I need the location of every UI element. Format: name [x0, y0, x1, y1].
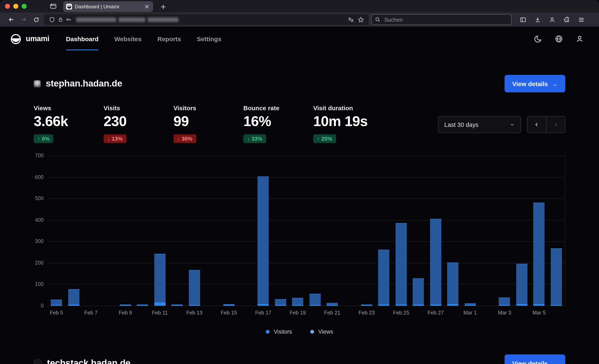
date-pager — [527, 116, 565, 133]
x-tick-label: Feb 13 — [186, 310, 202, 316]
x-tick-label: Feb 23 — [359, 310, 375, 316]
downloads-icon[interactable] — [531, 14, 544, 25]
y-tick-label: 500 — [35, 195, 44, 202]
views-bar — [396, 223, 407, 306]
close-window-button[interactable] — [5, 4, 10, 9]
gridline — [48, 220, 565, 220]
views-bar — [309, 293, 320, 306]
tab-title: Dashboard | Umami — [75, 4, 143, 9]
tab-close-icon[interactable] — [143, 3, 150, 10]
visitors-bar — [137, 305, 148, 306]
umami-app: umami Dashboard Websites Reports Setting… — [0, 27, 599, 364]
date-range-select[interactable]: Last 30 days — [438, 116, 521, 133]
next-view-details-button[interactable]: View details→ — [505, 355, 565, 364]
views-bar — [292, 298, 303, 306]
visitors-bar — [258, 304, 269, 306]
zoom-window-button[interactable] — [22, 4, 27, 9]
gridline — [48, 241, 565, 242]
new-tab-button[interactable] — [158, 2, 168, 11]
x-tick-label: Mar 1 — [463, 310, 477, 316]
visitors-bar — [413, 305, 424, 306]
x-tick-label: Feb 7 — [84, 310, 97, 316]
nav-item-websites[interactable]: Websites — [115, 27, 142, 51]
change-badge: ↑0% — [34, 134, 53, 143]
translate-icon[interactable] — [346, 16, 355, 23]
brand[interactable]: umami — [10, 33, 49, 45]
x-tick-label: Feb 5 — [50, 310, 63, 316]
visitors-bar — [447, 304, 458, 306]
x-tick-label: Feb 21 — [324, 310, 340, 316]
chart-x-axis: Feb 5Feb 7Feb 9Feb 11Feb 13Feb 15Feb 17F… — [48, 306, 565, 317]
minimize-window-button[interactable] — [13, 4, 18, 9]
metric-visit-duration: Visit duration 10m 19s ↑25% — [313, 104, 383, 143]
visitors-bar — [361, 305, 372, 306]
metric-views: Views 3.66k ↑0% — [34, 104, 104, 143]
view-details-button[interactable]: View details→ — [505, 75, 565, 92]
change-badge: ↓30% — [174, 134, 196, 143]
site-title: stephan.hadan.de — [46, 78, 122, 89]
titlebar: Dashboard | Umami — [0, 0, 599, 12]
search-input[interactable] — [384, 16, 508, 23]
next-period-button[interactable] — [546, 116, 565, 133]
arrow-right-icon: → — [552, 80, 558, 87]
x-tick-label: Feb 19 — [290, 310, 306, 316]
traffic-chart: 0100200300400500600700 Feb 5Feb 7Feb 9Fe… — [48, 156, 565, 317]
back-icon[interactable] — [5, 14, 18, 25]
views-bar — [68, 289, 79, 306]
next-site-title: techstack.hadan.de — [47, 358, 130, 364]
metric-visitors: Visitors 99 ↓30% — [174, 104, 243, 143]
views-dot-icon — [310, 330, 314, 333]
search-icon — [375, 17, 381, 22]
x-tick-label: Feb 17 — [255, 310, 271, 316]
metric-visits: Visits 230 ↓13% — [104, 104, 174, 143]
search-bar[interactable] — [371, 14, 512, 25]
legend-item-views[interactable]: Views — [310, 328, 333, 335]
language-globe-icon[interactable] — [552, 32, 566, 46]
gridline — [48, 198, 565, 199]
visitors-bar — [326, 305, 338, 306]
visitors-bar — [551, 305, 562, 306]
x-tick-label: Feb 11 — [152, 310, 168, 316]
y-tick-label: 100 — [35, 281, 44, 288]
tracking-shield-icon[interactable] — [48, 16, 56, 23]
bookmark-star-icon[interactable] — [356, 16, 365, 23]
gridline — [48, 156, 565, 156]
website-header: stephan.hadan.de View details→ — [34, 74, 565, 93]
visitors-bar — [223, 305, 234, 306]
legend-item-visitors[interactable]: Visitors — [266, 328, 292, 335]
browser-tab[interactable]: Dashboard | Umami — [63, 1, 153, 12]
gridline — [48, 284, 565, 285]
lock-icon[interactable] — [56, 16, 64, 23]
views-bar — [430, 219, 441, 306]
y-tick-label: 0 — [41, 302, 44, 309]
firefox-view-icon[interactable] — [49, 2, 58, 10]
visitors-bar — [51, 305, 62, 306]
app-header: umami Dashboard Websites Reports Setting… — [0, 27, 599, 51]
window-controls — [5, 4, 27, 9]
nav-item-dashboard[interactable]: Dashboard — [66, 27, 99, 51]
key-icon[interactable] — [64, 16, 73, 23]
nav-item-settings[interactable]: Settings — [197, 27, 221, 51]
nav-item-reports[interactable]: Reports — [158, 27, 181, 51]
url-bar[interactable] — [44, 14, 369, 25]
chevron-down-icon — [510, 122, 515, 127]
y-tick-label: 400 — [35, 217, 44, 223]
menu-icon[interactable] — [575, 14, 587, 25]
extensions-icon[interactable] — [560, 14, 573, 25]
y-tick-label: 600 — [35, 174, 44, 180]
account-icon[interactable] — [546, 14, 558, 25]
profile-icon[interactable] — [572, 32, 587, 46]
umami-favicon-icon — [66, 4, 72, 9]
views-bar — [413, 278, 424, 306]
sidebar-icon[interactable] — [517, 14, 529, 25]
theme-toggle-moon-icon[interactable] — [531, 32, 545, 46]
browser-toolbar — [0, 12, 599, 27]
visitors-dot-icon — [266, 330, 270, 333]
views-bar — [516, 264, 528, 306]
reload-icon[interactable] — [30, 14, 43, 25]
gridline — [48, 263, 565, 263]
forward-icon[interactable] — [18, 14, 30, 25]
prev-period-button[interactable] — [528, 116, 546, 133]
site-favicon — [34, 80, 41, 87]
x-tick-label: Feb 25 — [393, 310, 409, 316]
